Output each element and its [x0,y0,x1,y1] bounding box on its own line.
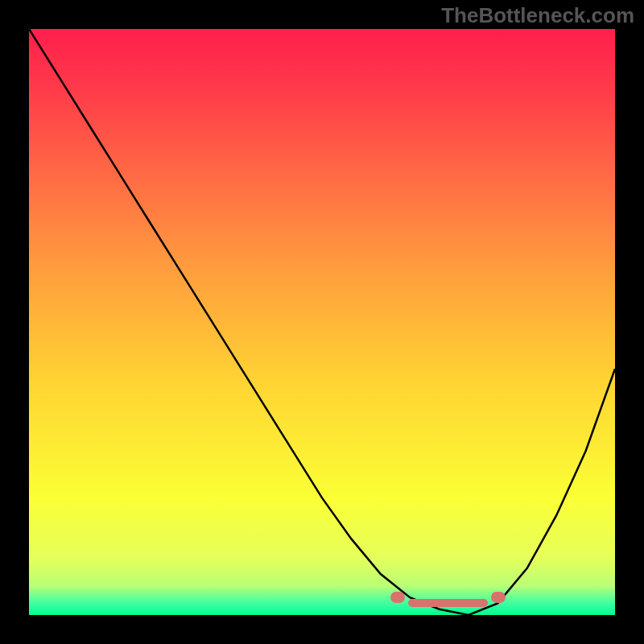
watermark-text: TheBottleneck.com [441,3,634,28]
optimum-marker-middle [408,599,489,607]
chart-plot-area [29,29,615,615]
optimum-marker-left [390,592,405,603]
optimum-marker-right [491,592,506,603]
chart-gradient-background [29,29,615,615]
